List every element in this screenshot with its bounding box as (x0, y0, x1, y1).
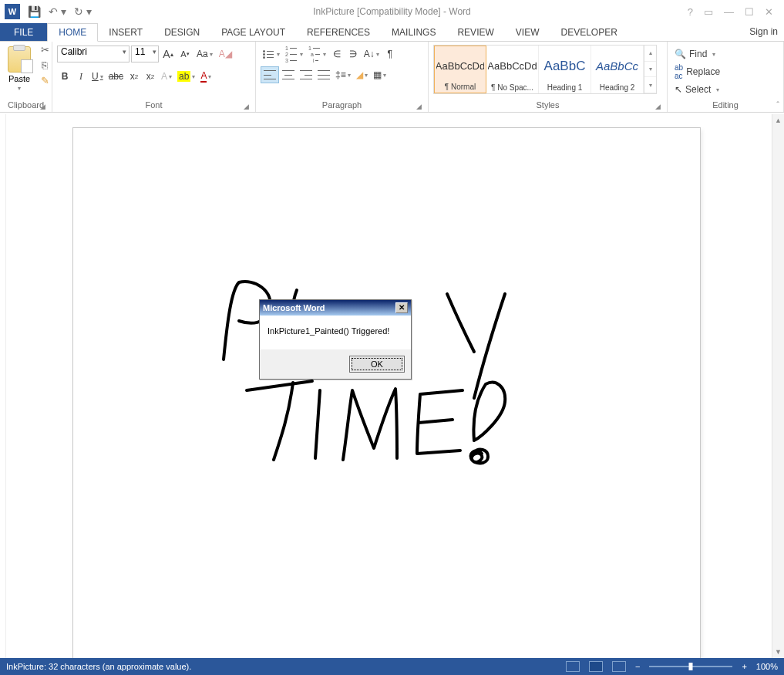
zoom-level[interactable]: 100% (756, 662, 778, 671)
vertical-scrollbar[interactable]: ▲ ▼ (772, 114, 784, 658)
tab-page-layout[interactable]: PAGE LAYOUT (210, 23, 296, 41)
shading-button[interactable]: ◢ (354, 66, 370, 83)
tab-view[interactable]: VIEW (505, 23, 550, 41)
style-normal[interactable]: AaBbCcDd ¶ Normal (434, 46, 486, 93)
borders-button[interactable]: ▦ (371, 66, 389, 83)
multilevel-list-button[interactable]: 1ai (306, 46, 328, 62)
show-marks-button[interactable]: ¶ (382, 46, 398, 62)
group-styles: AaBbCcDd ¶ Normal AaBbCcDd ¶ No Spac... … (429, 42, 668, 112)
help-icon[interactable]: ? (688, 6, 693, 18)
tab-review[interactable]: REVIEW (446, 23, 504, 41)
decrease-indent-icon[interactable]: ∈ (329, 46, 345, 62)
grow-font-icon[interactable]: A▴ (160, 46, 176, 62)
subscript-button[interactable]: x2 (126, 68, 142, 85)
select-button[interactable]: ↖Select▾ (672, 82, 722, 97)
style-heading-2[interactable]: AaBbCc Heading 2 (591, 46, 644, 93)
styles-gallery: AaBbCcDd ¶ Normal AaBbCcDd ¶ No Spac... … (433, 45, 657, 94)
format-painter-icon[interactable] (39, 76, 51, 88)
clipboard-launcher-icon[interactable]: ◢ (40, 103, 45, 110)
shrink-font-icon[interactable]: A▾ (177, 46, 193, 62)
sort-button[interactable]: A↓ (362, 46, 382, 62)
dialog-title: Microsoft Word (263, 303, 325, 312)
dialog-message: InkPicture1_Painted() Triggered! (260, 316, 411, 349)
zoom-slider[interactable] (649, 666, 732, 667)
styles-launcher-icon[interactable]: ◢ (655, 103, 661, 110)
dialog-ok-button[interactable]: OK (349, 356, 405, 373)
strikethrough-button[interactable]: abc (106, 68, 126, 85)
word-app-icon: W (5, 4, 20, 19)
ink-drawing (73, 128, 700, 658)
tab-file[interactable]: FILE (0, 23, 47, 41)
group-label-clipboard: Clipboard (8, 100, 44, 110)
increase-indent-icon[interactable]: ∋ (345, 46, 361, 62)
status-bar: InkPicture: 32 characters (an approximat… (0, 658, 784, 675)
align-left-button[interactable] (261, 66, 279, 83)
font-launcher-icon[interactable]: ◢ (244, 103, 249, 110)
undo-icon[interactable]: ↶ ▾ (49, 5, 66, 18)
group-editing: 🔍Find▾ abacReplace ↖Select▾ Editing (668, 42, 784, 112)
paragraph-launcher-icon[interactable]: ◢ (416, 103, 422, 110)
styles-gallery-more[interactable]: ▴▾▾ (644, 46, 656, 93)
tab-developer[interactable]: DEVELOPER (550, 23, 628, 41)
tab-home[interactable]: HOME (47, 23, 98, 42)
close-icon[interactable]: ✕ (765, 6, 773, 18)
underline-button[interactable]: U (89, 68, 106, 85)
font-color-button[interactable]: A (198, 68, 214, 85)
zoom-out-icon[interactable]: − (635, 662, 640, 671)
scroll-down-icon[interactable]: ▼ (772, 646, 784, 658)
find-icon: 🔍 (675, 49, 686, 59)
web-layout-icon[interactable] (612, 661, 626, 672)
copy-icon[interactable] (39, 60, 51, 73)
save-icon[interactable]: 💾 (28, 5, 41, 18)
tab-insert[interactable]: INSERT (98, 23, 153, 41)
highlight-button[interactable]: ab (175, 68, 197, 85)
maximize-icon[interactable]: ☐ (745, 6, 754, 18)
group-clipboard: Paste ▾ Clipboard◢ (0, 42, 52, 112)
justify-button[interactable] (315, 66, 332, 83)
window-title: InkPicture [Compatibility Mode] - Word (313, 6, 471, 17)
group-label-styles: Styles (537, 100, 560, 110)
clear-formatting-icon[interactable]: A◢ (217, 46, 234, 62)
paste-button[interactable]: Paste ▾ (5, 45, 34, 93)
zoom-in-icon[interactable]: + (742, 662, 746, 671)
dialog-title-bar[interactable]: Microsoft Word ✕ (260, 300, 411, 316)
font-size-select[interactable]: 11 (131, 46, 159, 62)
ribbon-display-icon[interactable]: ▭ (704, 6, 713, 18)
select-icon: ↖ (675, 84, 682, 95)
replace-button[interactable]: abacReplace (672, 64, 722, 79)
document-canvas: ▲ ▼ (0, 114, 784, 658)
dialog-close-icon[interactable]: ✕ (395, 302, 408, 313)
bullets-button[interactable] (261, 46, 282, 62)
print-layout-icon[interactable] (589, 661, 603, 672)
italic-button[interactable]: I (73, 68, 89, 85)
ribbon-tabs: FILE HOME INSERT DESIGN PAGE LAYOUT REFE… (0, 23, 784, 42)
paste-label: Paste (8, 74, 30, 83)
tab-design[interactable]: DESIGN (153, 23, 210, 41)
scroll-up-icon[interactable]: ▲ (772, 114, 784, 127)
superscript-button[interactable]: x2 (143, 68, 158, 85)
title-bar: W 💾 ↶ ▾ ↻ ▾ InkPicture [Compatibility Mo… (0, 0, 784, 23)
group-paragraph: 123 1ai ∈ ∋ A↓ ¶ ‡≡ ◢ ▦ Paragraph◢ (256, 42, 429, 112)
style-heading-1[interactable]: AaBbC Heading 1 (539, 46, 591, 93)
numbering-button[interactable]: 123 (283, 46, 305, 62)
font-name-select[interactable]: Calibri (57, 46, 130, 62)
cut-icon[interactable] (39, 45, 51, 57)
tab-mailings[interactable]: MAILINGS (381, 23, 446, 41)
page[interactable] (73, 128, 700, 658)
change-case-button[interactable]: Aa (194, 46, 215, 62)
group-label-font: Font (145, 100, 162, 110)
collapse-ribbon-icon[interactable]: ˆ (776, 100, 779, 110)
read-mode-icon[interactable] (566, 661, 580, 672)
text-effects-button[interactable]: A (159, 68, 174, 85)
tab-references[interactable]: REFERENCES (296, 23, 381, 41)
align-right-button[interactable] (298, 66, 315, 83)
line-spacing-button[interactable]: ‡≡ (333, 66, 353, 83)
minimize-icon[interactable]: — (724, 6, 734, 18)
sign-in-link[interactable]: Sign in (749, 26, 778, 37)
bold-button[interactable]: B (57, 68, 72, 85)
style-no-spacing[interactable]: AaBbCcDd ¶ No Spac... (486, 46, 539, 93)
align-center-button[interactable] (280, 66, 297, 83)
find-button[interactable]: 🔍Find▾ (672, 46, 722, 62)
paste-icon (8, 46, 31, 73)
redo-icon[interactable]: ↻ ▾ (74, 5, 92, 18)
